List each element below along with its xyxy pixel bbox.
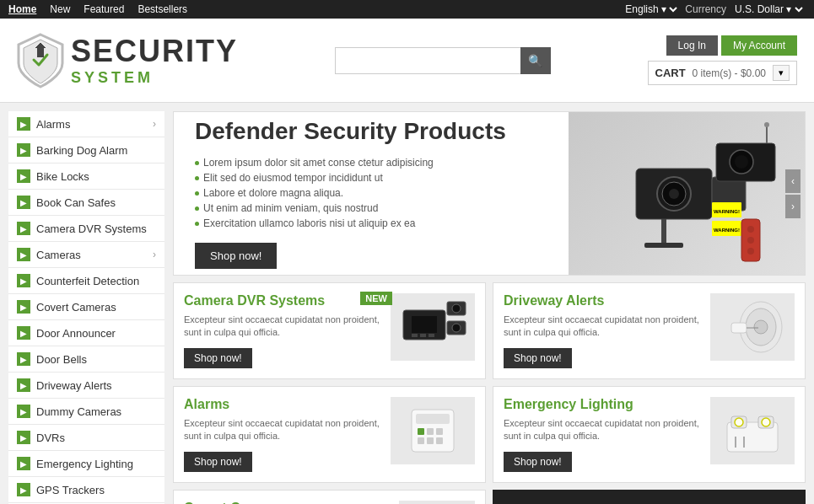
currency-label: Currency [685,3,726,15]
search-input[interactable] [335,47,520,74]
sidebar-item-gps-trackers[interactable]: ▶ GPS Trackers [8,477,164,503]
product-card-image [391,397,475,464]
svg-rect-39 [436,428,443,435]
sidebar-item-camera-dvr[interactable]: ▶ Camera DVR Systems [8,216,164,242]
sidebar-label: Driveway Alerts [36,379,112,392]
product-grid: Camera DVR Systems Excepteur sint occaec… [173,282,806,483]
svg-rect-6 [661,219,666,244]
hero-shop-now-button[interactable]: Shop now! [195,243,277,269]
product-shop-button[interactable]: Shop now! [504,452,572,472]
sidebar-label: Cameras [36,249,81,261]
product-shop-button[interactable]: Shop now! [504,348,572,368]
hero-image: WARNING! WARNING! [569,111,805,276]
hero-bullet-1: Lorem ipsum dolor sit amet conse ctetur … [195,155,547,170]
sidebar-arrow-icon: ▶ [17,300,30,314]
sidebar-item-book-safes[interactable]: ▶ Book Can Safes [8,190,164,216]
sidebar-arrow-icon: ▶ [17,326,30,340]
currency-select[interactable]: U.S. Dollar ▾ [731,3,806,16]
product-card-image [391,293,475,361]
svg-rect-33 [731,323,747,333]
hero-prev-button[interactable]: ‹ [785,169,801,193]
product-card-desc: Excepteur sint occaecat cupidatat non pr… [184,314,382,340]
topbar: Home New Featured Bestsellers English ▾ … [0,0,814,19]
hero-navigation: ‹ › [785,169,801,218]
sidebar-item-emergency-lighting[interactable]: ▶ Emergency Lighting [8,451,164,477]
cart-dropdown-button[interactable]: ▾ [773,65,790,81]
product-card-text: Emergency Lighting Excepteur sint occaec… [504,397,702,472]
topbar-featured[interactable]: Featured [84,3,124,15]
my-account-button[interactable]: My Account [721,35,797,56]
sidebar-arrow-icon: ▶ [17,352,30,366]
login-button[interactable]: Log In [666,35,718,56]
hero-bullet-3: Labore et dolore magna aliqua. [195,185,547,201]
logo-system: SYSTEM [71,69,238,87]
svg-point-47 [762,418,770,426]
sidebar-item-driveway-alerts[interactable]: ▶ Driveway Alerts [8,373,164,399]
product-card-title: Emergency Lighting [504,397,702,412]
sidebar-item-counterfeit[interactable]: ▶ Counterfeit Detection [8,268,164,294]
hero-next-button[interactable]: › [785,195,801,218]
product-shop-button[interactable]: Shop now! [184,452,252,472]
sidebar-arrow-icon: ▶ [17,378,30,392]
product-card-alarms: Alarms Excepteur sint occaecat cupidatat… [173,386,486,483]
product-card-emergency-lighting: Emergency Lighting Excepteur sint occaec… [493,386,806,483]
covert-cameras-title: Covert Cameras [184,501,391,504]
sidebar-arrow-icon: ▶ [17,431,30,444]
search-button[interactable]: 🔍 [520,47,551,74]
sidebar-item-cameras[interactable]: ▶ Cameras › [8,242,164,268]
product-card-desc: Excepteur sint occaecat cupidatat non pr… [504,417,702,443]
expand-icon: › [153,118,156,130]
svg-point-27 [452,304,461,313]
search-icon: 🔍 [528,54,542,67]
hero-banner: Defender Security Products Lorem ipsum d… [173,111,806,276]
sidebar-item-door-announcer[interactable]: ▶ Door Announcer [8,320,164,346]
sidebar-arrow-icon: ▶ [17,248,30,261]
topbar-bestsellers[interactable]: Bestsellers [137,3,187,15]
product-shop-button[interactable]: Shop now! [184,348,252,368]
sidebar-item-dvrs[interactable]: ▶ DVRs [8,425,164,451]
sidebar-label: Door Bells [36,353,87,366]
language-select[interactable]: English ▾ [622,3,680,16]
svg-rect-7 [644,243,683,248]
sidebar-item-covert-cameras[interactable]: ▶ Covert Cameras [8,294,164,320]
sidebar-label: Counterfeit Detection [36,275,139,287]
logo-text: SECURITY SYSTEM [71,34,238,87]
topbar-right: English ▾ Currency U.S. Dollar ▾ [622,3,806,16]
sidebar-item-door-bells[interactable]: ▶ Door Bells [8,346,164,373]
sidebar-item-alarms[interactable]: ▶ Alarms › [8,111,164,137]
sidebar-arrow-icon: ▶ [17,196,30,209]
svg-rect-22 [412,316,437,333]
sidebar-label: Covert Cameras [36,301,116,314]
product-card-driveway: Driveway Alerts Excepteur sint occaecat … [493,282,806,379]
product-card-text: Camera DVR Systems Excepteur sint occaec… [184,293,382,368]
topbar-nav: Home New Featured Bestsellers [8,3,187,15]
sidebar-label: GPS Trackers [36,484,105,496]
svg-text:WARNING!: WARNING! [714,209,740,214]
product-card-title: Camera DVR Systems [184,293,382,308]
svg-point-32 [754,320,768,334]
covert-product-image [399,501,475,504]
hero-bullet-5: Exercitation ullamco laboris nisi ut ali… [195,216,547,231]
hero-product-image: WARNING! WARNING! [569,111,805,276]
sidebar-label: DVRs [36,432,65,444]
product-card-image [710,293,795,361]
hero-bullets: Lorem ipsum dolor sit amet conse ctetur … [195,155,547,231]
cart-widget[interactable]: CART 0 item(s) - $0.00 ▾ [648,61,797,85]
hero-title: Defender Security Products [195,118,547,145]
sidebar-item-dummy-cameras[interactable]: ▶ Dummy Cameras [8,399,164,425]
svg-rect-36 [416,414,450,424]
logo-security: SECURITY [71,34,238,69]
sidebar-item-bike-locks[interactable]: ▶ Bike Locks [8,164,164,190]
cart-label: CART [655,67,686,79]
main-container: ▶ Alarms › ▶ Barking Dog Alarm ▶ Bike Lo… [0,103,814,504]
topbar-home[interactable]: Home [8,3,36,15]
topbar-new[interactable]: New [50,3,70,15]
content-area: Defender Security Products Lorem ipsum d… [173,111,806,504]
bottom-card-covert: Covert Cameras [173,490,486,504]
product-card-desc: Excepteur sint occaecat cupidatat non pr… [504,314,702,340]
hero-bullet-2: Elit sed do eiusmod tempor incididunt ut [195,170,547,185]
sidebar-arrow-icon: ▶ [17,274,30,287]
logo[interactable]: SECURITY SYSTEM [17,33,238,88]
sidebar-item-barking-dog[interactable]: ▶ Barking Dog Alarm [8,137,164,164]
cart-count: 0 item(s) - $0.00 [693,67,766,79]
